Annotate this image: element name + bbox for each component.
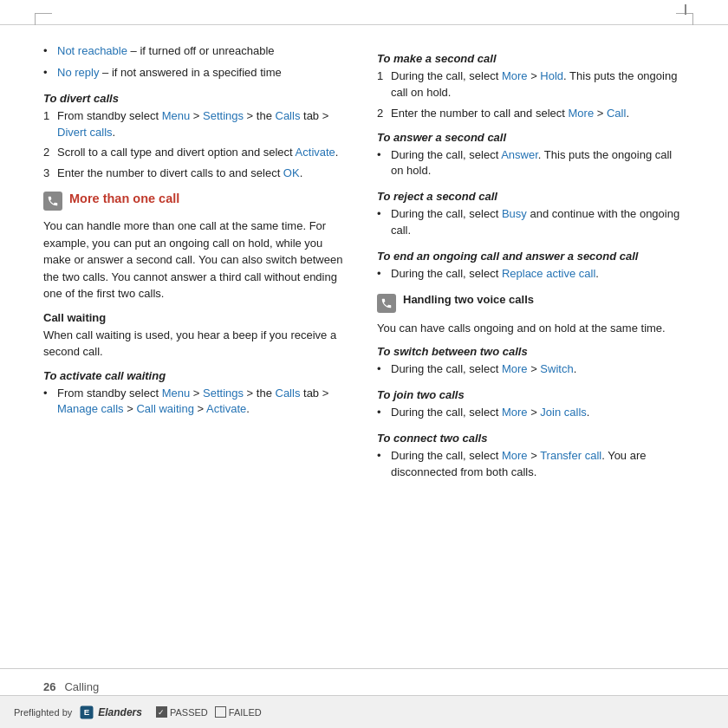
intro-bullet-list: Not reachable – if turned off or unreach… [43, 43, 351, 81]
preflight-failed: FAILED [215, 706, 262, 718]
passed-label: PASSED [170, 707, 208, 718]
switch-between-heading: To switch between two calls [377, 345, 685, 358]
end-and-answer-heading: To end an ongoing call and answer a seco… [377, 250, 685, 263]
link-answer[interactable]: Answer [501, 148, 538, 161]
phone-icon-2 [380, 297, 393, 309]
link-activate-2[interactable]: Activate [206, 402, 246, 415]
end-and-answer-list: During the call, select Replace active c… [377, 266, 685, 283]
link-transfer-call[interactable]: Transfer call [540, 449, 601, 462]
link-more-5[interactable]: More [502, 449, 528, 462]
link-switch[interactable]: Switch [540, 362, 573, 375]
divert-calls-steps: 1 From standby select Menu > Settings > … [43, 108, 351, 182]
join-two-calls-list: During the call, select More > Join call… [377, 405, 685, 421]
link-calls-1[interactable]: Calls [276, 109, 301, 122]
divert-calls-heading: To divert calls [43, 92, 351, 105]
step-text-2: Scroll to a call type and divert option … [57, 145, 351, 161]
make-second-call-steps: 1 During the call, select More > Hold. T… [377, 68, 685, 122]
make-step-text-2: Enter the number to call and select More… [391, 106, 685, 122]
link-menu-2[interactable]: Menu [162, 387, 191, 400]
divert-step-1: 1 From standby select Menu > Settings > … [43, 108, 351, 141]
page-number: 26 [43, 680, 55, 693]
make-step-1: 1 During the call, select More > Hold. T… [377, 68, 685, 101]
elanders-brand: Elanders [98, 706, 142, 718]
handling-two-calls-heading: Handling two voice calls [403, 293, 534, 306]
answer-second-call-heading: To answer a second call [377, 131, 685, 144]
divert-step-2: 2 Scroll to a call type and divert optio… [43, 145, 351, 161]
link-more-4[interactable]: More [502, 406, 528, 419]
make-step-num-1: 1 [377, 68, 386, 101]
handling-two-calls-body: You can have calls ongoing and on hold a… [377, 320, 685, 337]
link-call-waiting[interactable]: Call waiting [136, 402, 193, 415]
failed-label: FAILED [229, 707, 262, 718]
page-chapter: Calling [64, 680, 99, 693]
connect-two-calls-heading: To connect two calls [377, 432, 685, 445]
link-divert-calls[interactable]: Divert calls [57, 126, 113, 139]
page-footer: 26 Calling [43, 680, 685, 693]
link-activate-1[interactable]: Activate [296, 146, 335, 159]
call-waiting-heading: Call waiting [43, 311, 351, 324]
make-step-text-1: During the call, select More > Hold. Thi… [391, 68, 685, 101]
link-replace-active[interactable]: Replace active call [502, 267, 595, 280]
bottom-border [0, 668, 728, 669]
link-manage-calls[interactable]: Manage calls [57, 402, 124, 415]
link-hold[interactable]: Hold [540, 69, 563, 82]
link-no-reply[interactable]: No reply [57, 66, 99, 79]
link-call[interactable]: Call [607, 107, 626, 120]
more-than-one-call-title: More than one call [69, 192, 179, 205]
handling-two-calls-section: Handling two voice calls [377, 293, 685, 313]
bullet-no-reply: No reply – if not answered in a specifie… [43, 65, 351, 81]
answer-second-call-list: During the call, select Answer. This put… [377, 147, 685, 180]
preflight-prefix: Preflighted by [14, 707, 72, 718]
make-step-2: 2 Enter the number to call and select Mo… [377, 106, 685, 122]
link-more-1[interactable]: More [502, 69, 528, 82]
switch-between-list: During the call, select More > Switch. [377, 361, 685, 378]
step-num-2: 2 [43, 145, 52, 161]
page-container: Not reachable – if turned off or unreach… [0, 0, 728, 728]
preflight-passed: ✓ PASSED [156, 706, 208, 718]
make-step-num-2: 2 [377, 106, 386, 122]
link-settings-1[interactable]: Settings [203, 109, 244, 122]
link-join-calls[interactable]: Join calls [540, 406, 586, 419]
activate-waiting-heading: To activate call waiting [43, 369, 351, 382]
reject-second-call-list: During the call, select Busy and continu… [377, 206, 685, 239]
corner-tr [676, 13, 693, 25]
content-area: Not reachable – if turned off or unreach… [43, 35, 685, 663]
reject-second-call-heading: To reject a second call [377, 190, 685, 203]
activate-waiting-list: From standby select Menu > Settings > th… [43, 386, 351, 419]
link-ok[interactable]: OK [283, 166, 300, 179]
link-busy[interactable]: Busy [502, 207, 527, 220]
connect-two-calls-bullet: During the call, select More > Transfer … [377, 448, 685, 481]
link-menu-1[interactable]: Menu [162, 109, 191, 122]
end-and-answer-bullet: During the call, select Replace active c… [377, 266, 685, 283]
link-calls-2[interactable]: Calls [276, 387, 301, 400]
make-second-call-heading: To make a second call [377, 52, 685, 65]
link-more-3[interactable]: More [502, 362, 528, 375]
left-column: Not reachable – if turned off or unreach… [43, 35, 351, 663]
phone-icon-box [43, 192, 62, 211]
preflight-logo: E Elanders [79, 705, 142, 720]
step-text-1: From standby select Menu > Settings > th… [57, 108, 351, 141]
join-two-calls-heading: To join two calls [377, 388, 685, 401]
more-than-one-call-section: More than one call [43, 191, 351, 211]
phone-icon [47, 195, 59, 207]
top-right-mark [685, 4, 686, 15]
link-not-reachable[interactable]: Not reachable [57, 44, 127, 57]
link-more-2[interactable]: More [569, 107, 595, 120]
connect-two-calls-list: During the call, select More > Transfer … [377, 448, 685, 481]
link-settings-2[interactable]: Settings [203, 387, 244, 400]
corner-tl [35, 13, 52, 25]
more-than-one-call-body: You can handle more than one call at the… [43, 218, 351, 302]
elanders-logo-icon: E [79, 705, 94, 720]
handling-two-calls-text-wrap: Handling two voice calls [403, 293, 534, 306]
failed-checkbox [215, 706, 226, 718]
bullet-not-reachable: Not reachable – if turned off or unreach… [43, 43, 351, 60]
passed-checkbox: ✓ [156, 706, 167, 718]
activate-waiting-bullet: From standby select Menu > Settings > th… [43, 386, 351, 419]
right-column: To make a second call 1 During the call,… [377, 35, 685, 663]
answer-second-call-bullet: During the call, select Answer. This put… [377, 147, 685, 180]
step-text-3: Enter the number to divert calls to and … [57, 166, 351, 182]
not-reachable-text: – if turned off or unreachable [131, 44, 275, 57]
call-waiting-body: When call waiting is used, you hear a be… [43, 327, 351, 361]
more-than-one-call-title-wrap: More than one call [69, 191, 179, 207]
top-border [0, 24, 728, 25]
